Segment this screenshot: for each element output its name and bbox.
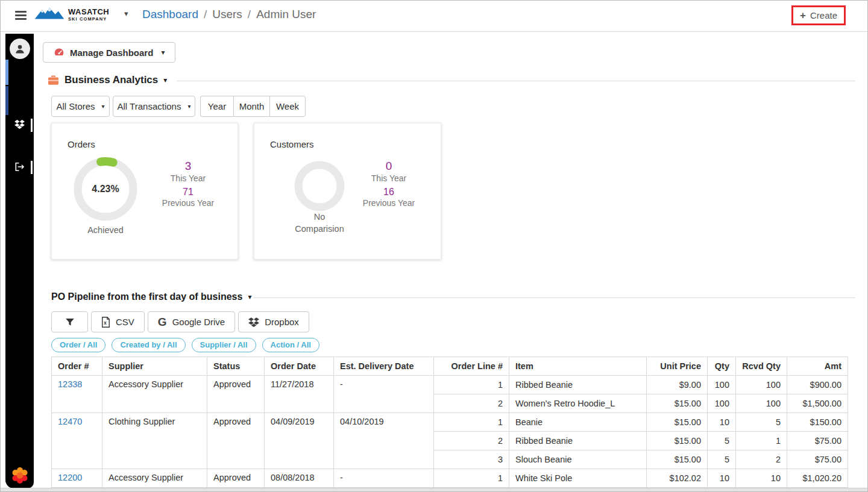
table-cell: 2 (736, 450, 787, 469)
column-header: Status (207, 357, 265, 376)
caret-down-icon: ▾ (187, 103, 190, 110)
column-header: Rcvd Qty (736, 357, 787, 376)
column-header: Amt (787, 357, 848, 376)
flower-icon[interactable] (9, 464, 31, 486)
dropbox-icon (14, 120, 25, 129)
breadcrumb: Dashboard/Users/Admin User (142, 8, 316, 21)
table-cell: 10 (736, 469, 787, 488)
breadcrumb-dashboard[interactable]: Dashboard (142, 8, 198, 20)
order-link[interactable]: 12200 (58, 473, 82, 482)
sidebar-item-logout[interactable] (5, 160, 34, 175)
export-google-drive-button[interactable]: G Google Drive (148, 311, 235, 332)
table-cell: Slouch Beanie (509, 450, 647, 469)
card-title: Orders (68, 139, 95, 149)
user-avatar[interactable] (10, 39, 30, 59)
table-cell: 04/10/2019 (334, 413, 434, 469)
section-title: PO Pipeline from the first day of busine… (51, 291, 242, 302)
create-button[interactable]: + Create (791, 5, 846, 25)
app-window: WASATCH SKI COMPANY ▾ Dashboard/Users/Ad… (0, 0, 868, 492)
table-row: 12338Accessory SupplierApproved11/27/201… (52, 376, 848, 394)
excel-file-icon: x (101, 317, 110, 328)
all-transactions-dropdown[interactable]: All Transactions▾ (113, 96, 195, 117)
nav-caret-down-icon[interactable]: ▾ (124, 9, 128, 18)
column-header: Est. Delivery Date (334, 357, 434, 376)
gauge-caption: Achieved (69, 225, 142, 237)
table-cell: 2 (434, 394, 509, 413)
order-link[interactable]: 12470 (58, 417, 82, 426)
filter-chip[interactable]: Order / All (51, 338, 105, 352)
this-year-label: This Year (341, 173, 437, 183)
table-cell: Approved (207, 413, 265, 469)
table-cell: White Ski Pole (509, 469, 647, 488)
table-cell: 2 (434, 432, 509, 450)
table-cell: Accessory Supplier (102, 469, 207, 488)
plus-icon: + (800, 10, 806, 20)
table-cell: - (334, 469, 434, 488)
this-year-value: 3 (140, 160, 236, 173)
table-cell: Accessory Supplier (102, 376, 207, 413)
table-cell: 10 (708, 469, 736, 488)
left-sidebar (5, 34, 34, 488)
orders-card: Orders 4.23% Achieved 3 This Year 71 Pre… (51, 123, 238, 260)
period-button-year[interactable]: Year (200, 96, 233, 117)
filter-chip[interactable]: Supplier / All (192, 338, 256, 352)
no-comparison-caption: No Comparision (272, 211, 366, 235)
table-cell: $150.00 (787, 413, 848, 432)
sidebar-scroll-indicator-light (5, 60, 8, 85)
horizontal-scrollbar[interactable] (1, 488, 867, 491)
google-drive-icon: G (158, 316, 167, 328)
table-cell: 1 (434, 413, 509, 432)
filter-button[interactable] (51, 311, 88, 332)
table-cell: $75.00 (787, 432, 848, 450)
table-cell: $15.00 (647, 450, 708, 469)
po-pipeline-header: PO Pipeline from the first day of busine… (51, 291, 251, 302)
table-cell: 08/08/2018 (265, 469, 334, 488)
table-cell: 1 (736, 432, 787, 450)
customers-stats: 0 This Year 16 Previous Year (341, 160, 437, 208)
table-cell: 5 (708, 432, 736, 450)
previous-year-value: 71 (140, 187, 236, 198)
card-title: Customers (270, 139, 314, 149)
logo-text: WASATCH SKI COMPANY (68, 8, 109, 22)
company-logo[interactable]: WASATCH SKI COMPANY (34, 5, 109, 23)
export-dropbox-button[interactable]: Dropbox (238, 311, 309, 332)
table-cell: Clothing Supplier (102, 413, 207, 469)
table-row: 12470Clothing SupplierApproved04/09/2019… (52, 413, 848, 432)
person-icon (14, 43, 26, 55)
table-cell: $15.00 (647, 394, 708, 413)
caret-down-icon[interactable]: ▾ (163, 76, 167, 84)
breadcrumb-users[interactable]: Users (212, 8, 242, 20)
hamburger-menu-icon[interactable] (15, 11, 27, 20)
dropbox-icon (248, 317, 259, 327)
order-link[interactable]: 12338 (58, 379, 82, 389)
po-table: Order #SupplierStatusOrder DateEst. Deli… (51, 357, 848, 488)
gauge-icon (54, 48, 64, 57)
caret-down-icon[interactable]: ▾ (248, 293, 251, 301)
table-cell: 1 (434, 376, 509, 394)
orders-donut-chart: 4.23% (69, 152, 142, 226)
column-header: Order # (52, 357, 102, 376)
period-button-week[interactable]: Week (269, 96, 306, 117)
manage-dashboard-button[interactable]: Manage Dashboard ▾ (43, 42, 175, 63)
period-button-month[interactable]: Month (233, 96, 269, 117)
export-csv-button[interactable]: x CSV (91, 311, 145, 332)
table-cell: 04/09/2019 (265, 413, 334, 469)
sidebar-item-dropbox[interactable] (5, 118, 34, 132)
customers-card: Customers No Comparision 0 This Year 16 … (254, 123, 441, 260)
section-divider (177, 81, 855, 81)
sidebar-item-marker (31, 161, 33, 174)
all-stores-dropdown[interactable]: All Stores▾ (51, 96, 110, 117)
logout-icon (14, 162, 25, 172)
column-header: Qty (708, 357, 736, 376)
previous-year-label: Previous Year (341, 198, 437, 208)
table-cell: 5 (736, 413, 787, 432)
filter-chip[interactable]: Created by / All (112, 338, 185, 352)
table-cell: 100 (736, 376, 787, 394)
table-cell: 5 (708, 450, 736, 469)
orders-stats: 3 This Year 71 Previous Year (140, 160, 236, 208)
table-cell: $1,500.00 (787, 394, 848, 413)
customers-donut-chart (291, 157, 348, 215)
top-header: WASATCH SKI COMPANY ▾ Dashboard/Users/Ad… (1, 1, 867, 32)
column-header: Item (509, 357, 647, 376)
filter-chip[interactable]: Action / All (262, 338, 319, 352)
